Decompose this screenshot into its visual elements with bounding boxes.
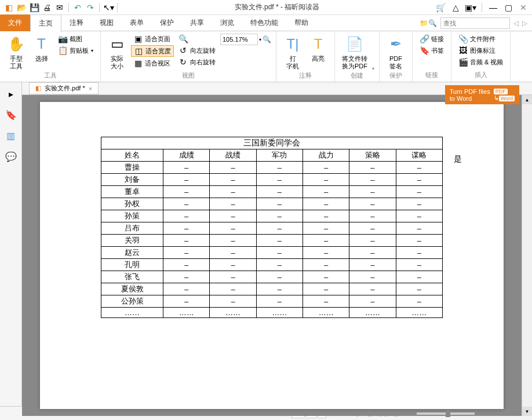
pages-panel-icon[interactable]: ▥ — [4, 129, 18, 143]
select-tool-button[interactable]: Ꭲ 选择 — [30, 34, 53, 64]
chevron-down-icon[interactable]: ▾ — [259, 37, 261, 42]
cart-icon[interactable]: 🛒 — [435, 2, 446, 13]
print-icon[interactable]: 🖨 — [42, 2, 52, 13]
table-cell: – — [210, 283, 256, 295]
highlight-button[interactable]: T 高亮 — [307, 34, 330, 64]
open-icon[interactable]: 📂 — [16, 2, 27, 13]
table-cell: – — [396, 210, 442, 222]
pointer-icon[interactable]: ↖▾ — [103, 2, 114, 13]
ribbon-toggle-icon[interactable]: △ — [450, 2, 461, 13]
table-cell: – — [303, 235, 349, 247]
tab-view[interactable]: 视图 — [92, 14, 122, 31]
bookmark-icon: 🔖 — [420, 46, 429, 55]
ribbon-tabs: 文件 主页 注释 视图 表单 保护 共享 浏览 特色功能 帮助 📁🔍 ◁ ▷ — [0, 15, 532, 31]
table-cell: …… — [210, 308, 256, 318]
minimize-icon[interactable]: — — [488, 2, 498, 13]
group-label: 注释 — [281, 71, 330, 80]
tab-share[interactable]: 共享 — [182, 14, 212, 31]
rotate-right-icon: ↻ — [178, 57, 188, 67]
document-canvas[interactable]: 三国新委同学会姓名成绩战绩军功战力策略谋略曹操––––––刘备––––––董卓–… — [22, 95, 522, 416]
link-button[interactable]: 🔗链接 — [417, 34, 446, 44]
search-folder-icon[interactable]: 📁🔍 — [420, 19, 437, 27]
fit-width-button[interactable]: ◫适合宽度 — [131, 45, 174, 57]
table-cell: – — [210, 259, 256, 271]
scroll-up-icon[interactable]: ▲ — [522, 95, 532, 104]
sign-button[interactable]: ✒ PDF 签名 — [384, 34, 407, 71]
bookmark-button[interactable]: 🔖书签 — [417, 45, 446, 56]
tab-help[interactable]: 帮助 — [286, 14, 316, 31]
tab-comment[interactable]: 注释 — [61, 14, 92, 31]
ribbon-group-view: ▭ 实际 大小 ▣适合页面 ◫适合宽度 ▦适合视区 🔍 ↺向左旋转 ↻向右旋转 … — [101, 31, 276, 82]
promo-banner[interactable]: Turn PDF files to Word PDF ↳Word — [445, 85, 519, 104]
table-cell: …… — [163, 308, 210, 318]
vertical-scrollbar[interactable]: ▲ ▼ — [522, 95, 532, 416]
zoom-slider[interactable] — [417, 412, 475, 415]
tab-browse[interactable]: 浏览 — [212, 14, 242, 31]
group-label: 创建 — [340, 71, 374, 80]
rotate-right-button[interactable]: ↻向右旋转 — [176, 57, 218, 67]
table-cell: – — [349, 235, 396, 247]
attachment-button[interactable]: 📎文件附件 — [456, 34, 505, 44]
table-cell: – — [303, 210, 349, 222]
hand-tool-button[interactable]: ✋ 手型 工具 — [5, 34, 28, 71]
group-label: 工具 — [5, 71, 96, 80]
zoom-slider-thumb[interactable] — [446, 410, 450, 417]
comments-panel-icon[interactable]: 💬 — [4, 149, 18, 163]
ribbon-group-insert: 📎文件附件 🖼图像标注 🎬音频 & 视频 插入 — [451, 31, 511, 82]
table-cell: – — [256, 186, 303, 198]
image-annot-button[interactable]: 🖼图像标注 — [456, 45, 505, 56]
tab-home[interactable]: 主页 — [30, 14, 61, 32]
tab-form[interactable]: 表单 — [122, 14, 152, 31]
attachment-icon: 📎 — [458, 34, 468, 43]
tab-feature[interactable]: 特色功能 — [242, 14, 286, 31]
search-input[interactable] — [440, 17, 510, 29]
convert-button[interactable]: 📄 将文件转 换为PDF — [340, 34, 370, 71]
zoom-input[interactable] — [220, 34, 258, 45]
document-tab[interactable]: ◧ 实验文件.pdf * × — [29, 82, 99, 94]
table-cell: – — [163, 210, 210, 222]
undo-icon[interactable]: ↶ — [72, 2, 83, 13]
table-cell: 吕布 — [101, 222, 163, 235]
bookmarks-panel-icon[interactable]: 🔖 — [4, 108, 18, 122]
close-tab-icon[interactable]: × — [89, 85, 92, 92]
close-icon[interactable]: ✕ — [518, 2, 529, 13]
maximize-icon[interactable]: ▢ — [503, 2, 513, 13]
nav-sidebar: ▸ 🔖 ▥ 💬 — [0, 82, 22, 406]
save-icon[interactable]: 💾 — [29, 2, 39, 13]
dropdown-icon[interactable]: ▣▾ — [465, 2, 476, 13]
email-icon[interactable]: ✉ — [54, 2, 65, 13]
table-cell: – — [163, 295, 210, 308]
table-cell: – — [163, 235, 210, 247]
ribbon-group-create: 📄 将文件转 换为PDF ▾ 创建 — [335, 31, 380, 82]
table-cell: 关羽 — [101, 235, 163, 247]
expand-icon[interactable]: ▸ — [4, 87, 18, 101]
tab-file[interactable]: 文件 — [0, 14, 30, 31]
search-next-icon[interactable]: ▷ — [522, 19, 527, 27]
table-cell: – — [210, 222, 256, 235]
ribbon-group-protect: ✒ PDF 签名 保护 — [380, 31, 413, 82]
av-button[interactable]: 🎬音频 & 视频 — [456, 57, 505, 67]
clipboard-button[interactable]: 📋剪贴板▾ — [56, 45, 96, 56]
snapshot-button[interactable]: 📷截图 — [56, 34, 96, 44]
actual-size-button[interactable]: ▭ 实际 大小 — [105, 34, 129, 71]
highlight-icon: T — [309, 35, 327, 53]
table-row: 董卓–––––– — [101, 186, 443, 198]
zoom-in-icon[interactable]: 🔍 — [263, 35, 271, 43]
document-tab-label: 实验文件.pdf * — [45, 84, 85, 93]
scroll-down-icon[interactable]: ▼ — [522, 407, 532, 416]
arrow-icon: ↳ — [494, 94, 499, 101]
table-cell: – — [256, 222, 303, 235]
redo-icon[interactable]: ↷ — [85, 2, 96, 13]
rotate-left-button[interactable]: ↺向左旋转 — [176, 45, 218, 56]
table-cell: – — [256, 174, 303, 186]
search-prev-icon[interactable]: ◁ — [513, 19, 519, 27]
tab-protect[interactable]: 保护 — [152, 14, 182, 31]
typewriter-button[interactable]: T| 打 字机 — [281, 34, 304, 71]
zoom-out-button[interactable]: 🔍 — [176, 34, 218, 44]
table-cell: – — [303, 295, 349, 308]
table-cell: – — [396, 247, 442, 259]
typewriter-icon: T| — [283, 35, 302, 53]
fit-page-button[interactable]: ▣适合页面 — [131, 34, 174, 44]
fit-view-button[interactable]: ▦适合视区 — [131, 58, 174, 68]
table-cell: – — [163, 222, 210, 235]
